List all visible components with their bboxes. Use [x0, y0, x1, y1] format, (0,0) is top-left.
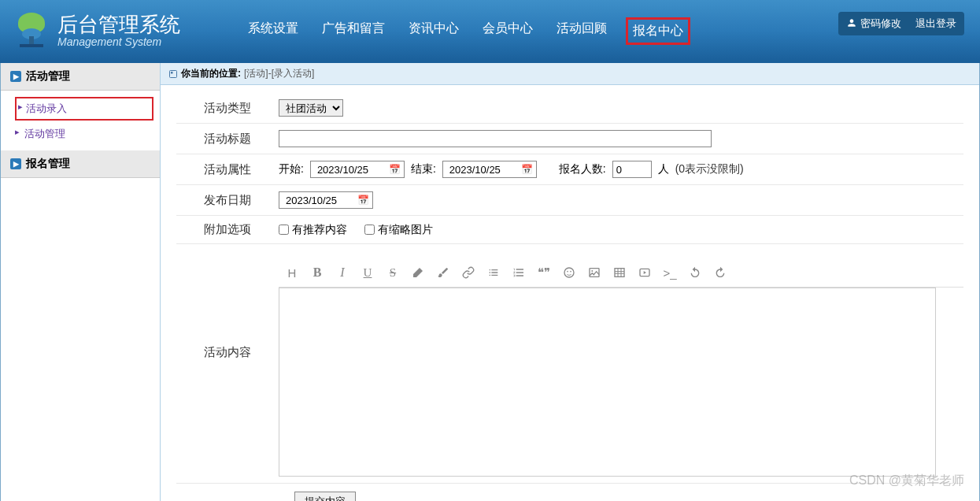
breadcrumb: 你当前的位置: [活动]-[录入活动] — [161, 63, 979, 85]
change-password-button[interactable]: 密码修改 — [846, 17, 901, 31]
input-start-date[interactable] — [314, 161, 389, 177]
editor-heading-button[interactable]: H — [282, 263, 302, 282]
editor-underline-button[interactable]: U — [357, 263, 378, 282]
logout-button[interactable]: 退出登录 — [915, 17, 956, 31]
editor-eraser-button[interactable] — [408, 263, 428, 282]
checkbox-recommend-input[interactable] — [279, 225, 289, 235]
label-signup-count: 报名人数: — [559, 162, 606, 176]
input-publish-date-wrap[interactable]: 📅 — [279, 191, 373, 209]
editor-toolbar: H B I U S ❝❞ — [279, 258, 963, 288]
input-signup-count[interactable] — [612, 161, 652, 178]
label-activity-type: 活动类型 — [176, 101, 279, 116]
calendar-icon[interactable]: 📅 — [389, 164, 401, 175]
checkbox-recommend[interactable]: 有推荐内容 — [279, 223, 347, 237]
user-icon — [846, 17, 857, 31]
nav-news-center[interactable]: 资讯中心 — [404, 17, 464, 45]
change-password-label: 密码修改 — [860, 17, 901, 31]
header: 后台管理系统 Management System 系统设置 广告和留言 资讯中心… — [0, 0, 980, 63]
form-area: 活动类型 社团活动 活动标题 活动属性 开始: 📅 — [161, 85, 979, 501]
rich-editor: H B I U S ❝❞ — [279, 258, 963, 477]
label-start: 开始: — [279, 162, 304, 176]
editor-ol-button[interactable] — [508, 263, 529, 282]
svg-point-2 — [564, 268, 574, 277]
logo-icon — [12, 11, 51, 50]
editor-table-button[interactable] — [609, 263, 630, 282]
breadcrumb-path: [活动]-[录入活动] — [244, 67, 314, 80]
app-subtitle: Management System — [57, 35, 180, 48]
arrow-icon: ▶ — [10, 158, 21, 169]
editor-bold-button[interactable]: B — [307, 263, 327, 282]
editor-quote-button[interactable]: ❝❞ — [534, 263, 554, 282]
svg-point-4 — [570, 271, 571, 273]
nav-member-center[interactable]: 会员中心 — [478, 17, 538, 45]
label-activity-title: 活动标题 — [176, 132, 279, 147]
svg-rect-1 — [171, 72, 173, 74]
nav-system-settings[interactable]: 系统设置 — [243, 17, 303, 45]
main-content: 你当前的位置: [活动]-[录入活动] 活动类型 社团活动 活动标题 活动属性 — [161, 63, 979, 501]
checkbox-thumbnail-input[interactable] — [364, 225, 375, 235]
submit-button[interactable]: 提交内容 — [294, 492, 356, 501]
editor-emoji-button[interactable] — [559, 263, 579, 282]
sidebar-section-activity: ▶ 活动管理 活动录入 活动管理 — [1, 63, 160, 150]
container: ▶ 活动管理 活动录入 活动管理 ▶ 报名管理 你当前的位置: [活动]-[录入… — [0, 63, 980, 501]
input-end-date-wrap[interactable]: 📅 — [442, 161, 537, 178]
label-end: 结束: — [411, 162, 436, 176]
svg-rect-0 — [170, 70, 177, 77]
sidebar-header-activity[interactable]: ▶ 活动管理 — [1, 63, 160, 91]
sidebar-header-signup[interactable]: ▶ 报名管理 — [1, 150, 160, 178]
editor-ul-button[interactable] — [483, 263, 504, 282]
location-icon — [168, 69, 178, 79]
hint-signup: (0表示没限制) — [675, 162, 744, 176]
app-title: 后台管理系统 — [57, 13, 180, 36]
input-publish-date[interactable] — [283, 192, 357, 208]
nav-activity-review[interactable]: 活动回顾 — [552, 17, 612, 45]
sidebar: ▶ 活动管理 活动录入 活动管理 ▶ 报名管理 — [1, 63, 161, 501]
user-area: 密码修改 退出登录 — [838, 12, 964, 35]
editor-video-button[interactable] — [634, 263, 655, 282]
main-nav: 系统设置 广告和留言 资讯中心 会员中心 活动回顾 报名中心 — [243, 17, 690, 45]
editor-link-button[interactable] — [458, 263, 479, 282]
input-start-date-wrap[interactable]: 📅 — [310, 161, 405, 178]
label-signup-unit: 人 — [658, 162, 669, 176]
sidebar-item-activity-entry[interactable]: 活动录入 — [15, 97, 153, 121]
sidebar-item-activity-manage[interactable]: 活动管理 — [1, 122, 160, 146]
editor-brush-button[interactable] — [433, 263, 453, 282]
checkbox-thumbnail[interactable]: 有缩略图片 — [364, 223, 433, 237]
select-activity-type[interactable]: 社团活动 — [279, 99, 343, 117]
label-content: 活动内容 — [176, 258, 279, 360]
logout-label: 退出登录 — [915, 17, 956, 31]
calendar-icon[interactable]: 📅 — [357, 195, 369, 206]
svg-rect-7 — [615, 269, 624, 277]
label-publish-date: 发布日期 — [176, 193, 279, 208]
sidebar-section-signup: ▶ 报名管理 — [1, 150, 160, 178]
editor-textarea[interactable] — [279, 288, 936, 477]
editor-italic-button[interactable]: I — [332, 263, 353, 282]
svg-point-6 — [591, 270, 593, 272]
calendar-icon[interactable]: 📅 — [521, 164, 533, 175]
editor-code-button[interactable]: >_ — [660, 263, 680, 282]
nav-ads-messages[interactable]: 广告和留言 — [317, 17, 390, 45]
nav-signup-center[interactable]: 报名中心 — [626, 17, 690, 45]
svg-point-3 — [567, 271, 568, 273]
editor-strike-button[interactable]: S — [383, 263, 403, 282]
breadcrumb-label: 你当前的位置: — [181, 67, 241, 80]
input-activity-title[interactable] — [279, 130, 712, 147]
logo-area: 后台管理系统 Management System — [12, 11, 180, 50]
arrow-icon: ▶ — [10, 71, 21, 82]
label-extra-options: 附加选项 — [176, 222, 279, 237]
editor-redo-button[interactable] — [710, 263, 730, 282]
input-end-date[interactable] — [446, 161, 521, 177]
editor-image-button[interactable] — [584, 263, 605, 282]
label-activity-attr: 活动属性 — [176, 162, 279, 177]
editor-undo-button[interactable] — [685, 263, 705, 282]
